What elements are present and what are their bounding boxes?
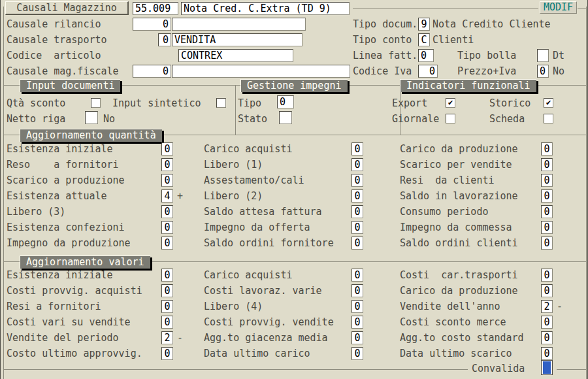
qta-sconto-checkbox[interactable] <box>91 98 101 108</box>
esistenza-attuale-field[interactable]: 4 <box>161 190 173 203</box>
costi-provvig-vendite-field[interactable]: 0 <box>351 316 363 329</box>
bottom-border-left <box>3 369 468 370</box>
esistenza-iniziale-field[interactable]: 0 <box>161 269 173 282</box>
codice-iva-field[interactable]: 0 <box>418 65 438 78</box>
convalida-cursor-field[interactable] <box>541 360 553 375</box>
agg-to-costo-standard-label: Agg.to costo standard <box>400 333 524 343</box>
saldo-in-lavorazione-field[interactable]: 0 <box>541 190 553 203</box>
vendite-dell-anno-suffix: - <box>557 301 563 312</box>
vendite-del-periodo-field[interactable]: 2 <box>161 331 173 344</box>
bottom-border-right <box>557 369 586 370</box>
costi-lavoraz-varie-field[interactable]: 0 <box>351 284 363 297</box>
netto-riga-field[interactable] <box>85 111 98 124</box>
costi-car-trasporti-field[interactable]: 0 <box>541 269 553 282</box>
costo-ultimo-approvvig-field[interactable]: 0 <box>161 347 173 360</box>
consumo-periodo-field[interactable]: 0 <box>541 205 553 218</box>
prezzo-iva-label: Prezzo+Iva <box>457 66 516 76</box>
reso-a-fornitori-field[interactable]: 0 <box>161 158 173 171</box>
impegni-tipo-field[interactable]: 0 <box>277 95 294 108</box>
linea-fatt-label: Linea fatt. <box>353 50 417 61</box>
resi-a-fornitori-label: Resi a fornitori <box>7 301 101 312</box>
giornale-checkbox[interactable] <box>446 114 455 124</box>
vendite-dell-anno-label: Vendite dell'anno <box>400 301 500 312</box>
reso-a-fornitori-label: Reso a fornitori <box>7 159 119 170</box>
carico-da-produzione-field[interactable]: 0 <box>541 142 553 156</box>
causale-rilancio-code-field[interactable]: 0 <box>133 18 171 31</box>
data-ultimo-scarico-field[interactable]: 0 <box>541 347 553 360</box>
text-cursor <box>543 361 551 374</box>
saldo-attesa-fattura-field[interactable]: 0 <box>351 205 363 218</box>
causale-rilancio-label: Causale rilancio <box>7 19 101 29</box>
input-sintetico-checkbox[interactable] <box>216 98 226 108</box>
costo-ultimo-approvvig-label: Costo ultimo approvvig. <box>7 348 142 359</box>
input-documenti-header: Input documenti <box>20 79 120 92</box>
aggiornamento-valori-header: Aggiornamento valori <box>20 255 150 269</box>
costi-sconto-merce-field[interactable]: 0 <box>541 316 553 329</box>
linea-fatt-field[interactable]: 0 <box>418 49 434 62</box>
esistenza-iniziale-field[interactable]: 0 <box>161 142 173 156</box>
agg-to-giacenza-media-field[interactable]: 0 <box>351 331 363 344</box>
causale-code-field[interactable]: 55.009 <box>133 2 178 15</box>
costi-vari-su-vendite-label: Costi vari su vendite <box>7 317 131 327</box>
giornale-label: Giornale <box>392 114 439 124</box>
agg-to-costo-standard-field[interactable]: 0 <box>541 331 553 344</box>
resi-da-clienti-field[interactable]: 0 <box>541 174 553 187</box>
impegno-da-offerta-field[interactable]: 0 <box>351 221 363 234</box>
causale-trasporto-desc-field[interactable]: VENDITA <box>172 33 302 46</box>
causali-magazzino-title-button[interactable]: Causali Magazzino <box>5 1 129 15</box>
carico-da-produzione-field[interactable]: 0 <box>541 284 553 297</box>
consumo-periodo-label: Consumo periodo <box>400 206 488 217</box>
export-label: Export <box>392 98 427 108</box>
esistenza-confezioni-field[interactable]: 0 <box>161 221 173 234</box>
saldo-ordini-clienti-field[interactable]: 0 <box>541 237 553 250</box>
esistenza-iniziale-label: Esistenza iniziale <box>7 270 113 280</box>
libero-2-field[interactable]: 0 <box>351 190 363 203</box>
scheda-checkbox[interactable] <box>544 114 553 124</box>
assestamento-cali-field[interactable]: 0 <box>351 174 363 187</box>
qta-sconto-label: Qtà sconto <box>7 98 65 108</box>
esistenza-attuale-label: Esistenza attuale <box>7 191 107 201</box>
vendite-del-periodo-suffix: - <box>177 333 183 343</box>
scheda-label: Scheda <box>489 114 525 124</box>
convalida-label: Convalida <box>472 363 525 374</box>
resi-a-fornitori-field[interactable]: 0 <box>161 300 173 313</box>
libero-4-field[interactable]: 0 <box>351 300 363 313</box>
costi-vari-su-vendite-field[interactable]: 0 <box>161 316 173 329</box>
indicatori-funzionali-header: Indicatori funzionali <box>400 79 536 92</box>
libero-3-field[interactable]: 0 <box>161 205 173 218</box>
codice-articolo-field[interactable]: CONTREX <box>178 49 293 62</box>
storico-checkbox[interactable]: ✔ <box>544 98 553 108</box>
carico-acquisti-field[interactable]: 0 <box>351 142 363 156</box>
carico-acquisti-field[interactable]: 0 <box>351 269 363 282</box>
netto-riga-suffix-label: No <box>103 114 115 124</box>
saldo-ordini-fornitore-field[interactable]: 0 <box>351 237 363 250</box>
window-frame-left-outer <box>0 0 1 379</box>
export-checkbox[interactable]: ✔ <box>446 98 455 108</box>
causale-mag-fiscale-desc-field[interactable] <box>172 65 350 78</box>
causale-trasporto-code-field[interactable]: 0 <box>158 33 171 46</box>
resi-da-clienti-label: Resi da clienti <box>400 175 495 186</box>
costi-sconto-merce-label: Costi sconto merce <box>400 317 506 327</box>
vendite-dell-anno-field[interactable]: 2 <box>541 300 553 313</box>
scarico-per-vendite-field[interactable]: 0 <box>541 158 553 171</box>
causale-description-field[interactable]: Nota Cred. C.Extra (TD 9) <box>181 2 350 15</box>
prezzo-iva-field[interactable]: 0 <box>537 65 549 78</box>
costi-provvig-acquisti-field[interactable]: 0 <box>161 284 173 297</box>
libero-1-field[interactable]: 0 <box>351 158 363 171</box>
data-ultimo-carico-field[interactable]: 0 <box>351 347 363 360</box>
causale-rilancio-desc-field[interactable] <box>172 18 306 31</box>
tipo-conto-code-field[interactable]: C <box>418 33 430 46</box>
scarico-a-produzione-label: Scarico a produzione <box>7 175 125 186</box>
tipo-bolla-label: Tipo bolla <box>457 50 516 61</box>
impegno-da-commessa-field[interactable]: 0 <box>541 221 553 234</box>
group-divider-1 <box>235 85 236 135</box>
causale-mag-fiscale-code-field[interactable]: 0 <box>133 65 171 78</box>
assestamento-cali-label: Assestamento/cali <box>204 175 304 186</box>
impegni-stato-field[interactable] <box>279 111 292 124</box>
data-ultimo-carico-label: Data ultimo carico <box>204 348 310 359</box>
scarico-a-produzione-field[interactable]: 0 <box>161 174 173 187</box>
impegno-da-produzione-field[interactable]: 0 <box>161 237 173 250</box>
tipo-bolla-field[interactable] <box>537 49 549 62</box>
carico-da-produzione-label: Carico da produzione <box>400 144 518 154</box>
tipo-docum-code-field[interactable]: 9 <box>418 18 430 31</box>
